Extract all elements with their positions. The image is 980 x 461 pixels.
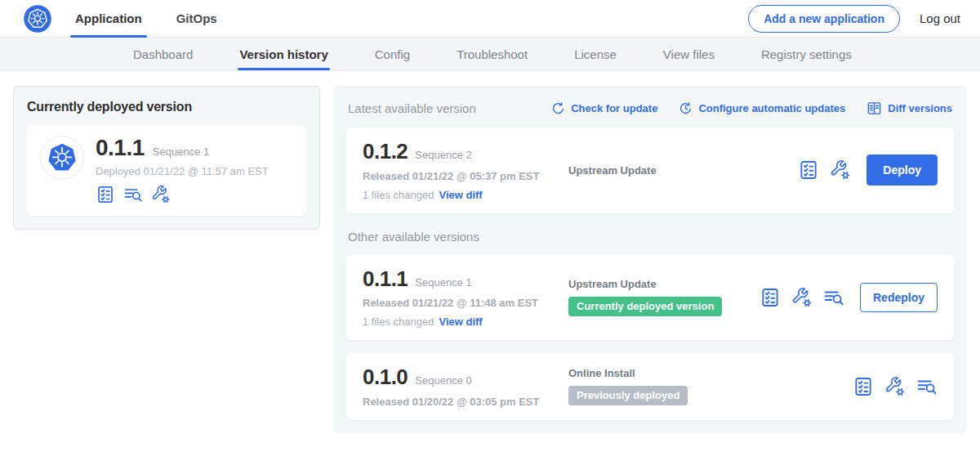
subnav-tab-troubleshoot[interactable]: Troubleshoot (457, 38, 528, 70)
deploy-logs-icon[interactable] (823, 287, 844, 308)
view-diff-link[interactable]: View diff (439, 316, 482, 328)
released-timestamp: Released 01/21/22 @ 11:48 am EST (363, 297, 568, 309)
currently-deployed-card: Currently deployed version 0.1.1 Sequenc… (13, 86, 320, 230)
add-application-button[interactable]: Add a new application (748, 5, 900, 33)
deployed-icon-row (96, 185, 269, 204)
preflight-checks-icon[interactable] (853, 376, 874, 397)
subnav-tab-dashboard[interactable]: Dashboard (133, 38, 193, 70)
primary-nav: Application GitOps (75, 0, 252, 38)
redeploy-button[interactable]: Redeploy (860, 283, 938, 312)
previously-deployed-badge: Previously deployed (568, 386, 688, 405)
refresh-icon (551, 101, 565, 115)
deployed-version-number: 0.1.1 (96, 136, 145, 159)
subnav-tab-registry-settings[interactable]: Registry settings (761, 38, 852, 70)
edit-config-icon[interactable] (791, 287, 813, 308)
deployed-card-title: Currently deployed version (27, 100, 306, 114)
released-timestamp: Released 01/21/22 @ 05:37 pm EST (363, 170, 568, 182)
sequence-label: Sequence 0 (415, 374, 471, 387)
configure-automatic-updates-link[interactable]: Configure automatic updates (679, 101, 845, 115)
view-diff-link[interactable]: View diff (439, 189, 482, 201)
deploy-logs-icon[interactable] (123, 185, 143, 204)
subnav-tab-license[interactable]: License (574, 38, 617, 70)
version-number: 0.1.0 (363, 365, 408, 389)
subnav-tab-version-history[interactable]: Version history (239, 38, 327, 70)
edit-config-icon[interactable] (830, 159, 851, 181)
preflight-checks-icon[interactable] (760, 287, 781, 308)
version-row-0-1-2: 0.1.2 Sequence 2 Released 01/21/22 @ 05:… (346, 128, 954, 213)
subnav-tab-view-files[interactable]: View files (663, 38, 715, 70)
version-source: Online Install (568, 367, 853, 379)
subnav-tab-config[interactable]: Config (375, 38, 410, 70)
sequence-label: Sequence 1 (415, 276, 471, 289)
app-subnav: Dashboard Version history Config Trouble… (0, 38, 980, 71)
deployed-info: 0.1.1 Sequence 1 Deployed 01/21/22 @ 11:… (96, 136, 269, 204)
deploy-button[interactable]: Deploy (866, 154, 938, 186)
version-number: 0.1.1 (363, 267, 408, 291)
files-changed-label: 1 files changed (363, 316, 434, 328)
files-changed-label: 1 files changed (363, 189, 434, 201)
deploy-logs-icon[interactable] (916, 376, 938, 397)
app-header: Application GitOps Add a new application… (0, 0, 980, 38)
other-versions-title: Other available versions (348, 230, 952, 244)
panel-actions: Check for update Configure automatic upd… (551, 101, 952, 116)
latest-version-title: Latest available version (348, 101, 476, 115)
deployed-timestamp: Deployed 01/21/22 @ 11:57 am EST (96, 165, 269, 177)
preflight-checks-icon[interactable] (96, 185, 115, 204)
version-history-panel: Latest available version Check for updat… (333, 86, 967, 433)
sequence-label: Sequence 2 (415, 149, 471, 161)
tab-application[interactable]: Application (75, 0, 142, 38)
diff-versions-link[interactable]: Diff versions (866, 101, 952, 116)
tab-application-label: Application (75, 11, 142, 25)
panel-header: Latest available version Check for updat… (348, 101, 952, 116)
deployed-sequence-label: Sequence 1 (153, 145, 209, 158)
edit-config-icon[interactable] (151, 185, 171, 204)
app-avatar (40, 136, 84, 180)
kubernetes-logo-icon (23, 4, 52, 34)
diff-icon (866, 101, 882, 116)
preflight-checks-icon[interactable] (798, 159, 819, 181)
edit-config-icon[interactable] (884, 376, 906, 397)
clock-update-icon (679, 101, 693, 115)
version-source: Upstream Update (568, 278, 760, 290)
released-timestamp: Released 01/20/22 @ 03:05 pm EST (363, 396, 568, 408)
version-row-0-1-0: 0.1.0 Sequence 0 Released 01/20/22 @ 03:… (346, 353, 954, 420)
tab-gitops-label: GitOps (176, 11, 217, 25)
version-row-0-1-1: 0.1.1 Sequence 1 Released 01/21/22 @ 11:… (346, 255, 954, 341)
logout-link[interactable]: Log out (920, 11, 960, 25)
version-number: 0.1.2 (363, 140, 408, 163)
main-content: Currently deployed version 0.1.1 Sequenc… (0, 71, 980, 433)
currently-deployed-badge: Currently deployed version (568, 297, 722, 316)
header-actions: Add a new application Log out (748, 5, 960, 33)
version-source: Upstream Update (568, 164, 798, 177)
check-for-update-link[interactable]: Check for update (551, 101, 657, 115)
deployed-version-card: 0.1.1 Sequence 1 Deployed 01/21/22 @ 11:… (27, 125, 306, 216)
tab-gitops[interactable]: GitOps (176, 0, 217, 38)
